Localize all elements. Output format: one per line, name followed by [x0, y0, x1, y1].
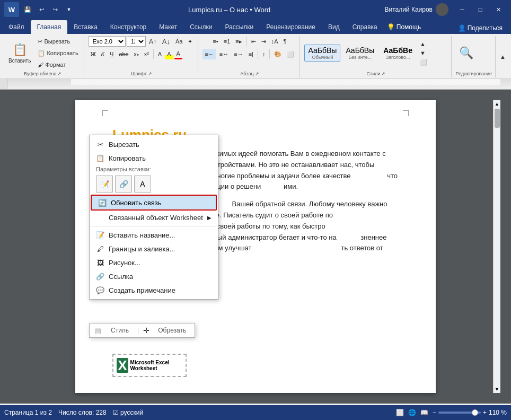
paste-option-2[interactable]: 🔗: [115, 176, 132, 192]
ctx-insert-caption[interactable]: 📝 Вставить название...: [90, 228, 218, 242]
excel-object[interactable]: X Microsoft Excel Worksheet: [112, 354, 187, 377]
style-normal[interactable]: АаБбВы Обычный: [304, 45, 340, 62]
cut-button[interactable]: ✂ Вырезать: [36, 36, 80, 47]
style-no-spacing[interactable]: АаБбВы Без инте...: [342, 45, 378, 62]
minimize-button[interactable]: ─: [454, 3, 471, 16]
tab-help[interactable]: Справка: [346, 20, 384, 34]
maximize-button[interactable]: □: [472, 3, 489, 16]
ctx-copy[interactable]: 📋 Копировать: [90, 151, 218, 165]
view-web-icon[interactable]: 🌐: [408, 409, 416, 416]
view-normal-icon[interactable]: ⬜: [396, 409, 404, 416]
align-center-button[interactable]: ≡↔: [217, 49, 231, 59]
tab-links[interactable]: Ссылки: [183, 20, 218, 34]
tab-home[interactable]: Главная: [31, 20, 68, 34]
bold-button[interactable]: Ж: [89, 49, 98, 59]
align-right-button[interactable]: ≡→: [232, 49, 245, 59]
undo-icon[interactable]: ↩: [36, 4, 47, 15]
show-marks-button[interactable]: ¶: [281, 36, 289, 47]
increase-font-button[interactable]: A↑: [147, 36, 159, 47]
tab-view[interactable]: Вид: [322, 20, 346, 34]
text-effects-button[interactable]: A: [156, 49, 164, 59]
multilevel-list-button[interactable]: ≡▸: [233, 36, 244, 47]
sort-button[interactable]: ↕A: [269, 36, 280, 47]
zoom-slider-thumb[interactable]: [472, 409, 478, 416]
highlight-button[interactable]: A: [165, 49, 173, 59]
ruler-margin-area: [71, 79, 500, 85]
share-button[interactable]: 👤 Поделиться: [454, 23, 507, 33]
worksheet-icon: [96, 213, 104, 222]
style-button[interactable]: Стиль: [107, 326, 133, 335]
align-left-button[interactable]: ≡←: [202, 49, 216, 59]
ctx-picture[interactable]: 🖼 Рисунок...: [90, 256, 218, 269]
picture-icon: 🖼: [96, 258, 104, 267]
font-name-select[interactable]: Exo 2.0: [89, 36, 126, 47]
tab-constructor[interactable]: Конструктор: [104, 20, 153, 34]
scroll-up-button[interactable]: ▲: [494, 100, 500, 108]
border-button[interactable]: ⬜: [285, 49, 296, 59]
underline-button[interactable]: Ч: [108, 49, 116, 59]
clipboard-expand-icon[interactable]: ↗: [57, 71, 61, 76]
tab-assist[interactable]: 💡 Помощь: [384, 20, 424, 34]
customize-icon[interactable]: ▼: [64, 4, 74, 15]
zoom-out-button[interactable]: −: [433, 409, 436, 416]
paste-option-3[interactable]: A: [134, 176, 151, 192]
subscript-button[interactable]: x₂: [131, 49, 141, 59]
styles-expand-button[interactable]: ⬜: [418, 58, 429, 67]
scroll-down-button[interactable]: ▼: [494, 386, 500, 393]
paste-button[interactable]: 📋 Вставить: [5, 39, 34, 67]
ctx-add-comment[interactable]: 💬 Создать примечание: [90, 283, 218, 297]
justify-button[interactable]: ≡|: [246, 49, 256, 59]
view-reader-icon[interactable]: 📖: [420, 409, 428, 416]
search-button[interactable]: 🔍: [456, 39, 477, 67]
ctx-link[interactable]: 🔗 Ссылка: [90, 269, 218, 283]
font-case-button[interactable]: Aa: [173, 36, 184, 47]
ctx-linked-worksheet[interactable]: Связанный объект Worksheet ▶: [90, 211, 218, 224]
tab-insert[interactable]: Вставка: [67, 20, 104, 34]
zoom-in-button[interactable]: +: [483, 409, 487, 416]
submenu-arrow-icon: ▶: [207, 215, 212, 221]
superscript-button[interactable]: x²: [142, 49, 151, 59]
line-spacing-button[interactable]: ↕: [260, 49, 268, 59]
increase-indent-button[interactable]: ⇥: [259, 36, 268, 47]
styles-expand-icon[interactable]: ↗: [381, 71, 385, 76]
zoom-slider-track[interactable]: [438, 412, 481, 414]
font-size-select[interactable]: 12: [127, 36, 146, 47]
tab-mailings[interactable]: Рассылки: [218, 20, 260, 34]
italic-button[interactable]: К: [99, 49, 107, 59]
close-button[interactable]: ✕: [490, 3, 507, 16]
tab-review[interactable]: Рецензирование: [260, 20, 322, 34]
ribbon-scroll-up-button[interactable]: ▲: [498, 51, 508, 62]
clear-format-button[interactable]: ✦: [186, 36, 195, 47]
numbered-list-button[interactable]: ≡1: [222, 36, 233, 47]
scrollbar-vertical[interactable]: ▲ ▼: [493, 100, 500, 393]
decrease-indent-button[interactable]: ⇤: [249, 36, 258, 47]
tab-layout[interactable]: Макет: [153, 20, 183, 34]
crop-button[interactable]: Обрезать: [154, 326, 190, 335]
fill-color-button[interactable]: 🎨: [272, 49, 284, 59]
font-color-button[interactable]: A: [174, 49, 182, 59]
tab-file[interactable]: Файл: [2, 20, 31, 34]
bullet-list-button[interactable]: ≡•: [210, 36, 220, 47]
styles-down-button[interactable]: ▼: [418, 48, 429, 57]
font-expand-icon[interactable]: ↗: [148, 71, 152, 76]
save-icon[interactable]: 💾: [22, 4, 33, 15]
ctx-borders-shading[interactable]: 🖊 Границы и заливка...: [90, 242, 218, 256]
paragraph-expand-icon[interactable]: ↗: [255, 71, 259, 76]
ctx-update-link[interactable]: 🔄 Обновить связь: [91, 195, 217, 211]
tab-right-actions: 👤 Поделиться: [454, 23, 511, 34]
format-painter-button[interactable]: 🖌 Формат: [36, 59, 80, 70]
paste-option-1[interactable]: 📝: [96, 176, 113, 192]
borders-icon: 🖊: [96, 244, 104, 253]
ribbon-tabs: Файл Главная Вставка Конструктор Макет С…: [0, 19, 511, 34]
ctx-cut[interactable]: ✂ Вырезать: [90, 137, 218, 151]
strikethrough-button[interactable]: abc: [117, 49, 130, 59]
mini-style-icon: ▤: [94, 326, 102, 335]
styles-up-button[interactable]: ▲: [418, 39, 429, 48]
redo-icon[interactable]: ↪: [50, 4, 60, 15]
scroll-thumb[interactable]: [495, 109, 500, 128]
ribbon-group-font: Exo 2.0 12 A↑ A↓ Aa ✦ Ж К Ч abc x₂ x² A …: [85, 36, 199, 77]
style-heading[interactable]: АаБбВе Заголово...: [380, 45, 416, 62]
decrease-font-button[interactable]: A↓: [160, 36, 172, 47]
copy-button[interactable]: 📋 Копировать: [36, 48, 80, 58]
avatar: [436, 3, 448, 16]
